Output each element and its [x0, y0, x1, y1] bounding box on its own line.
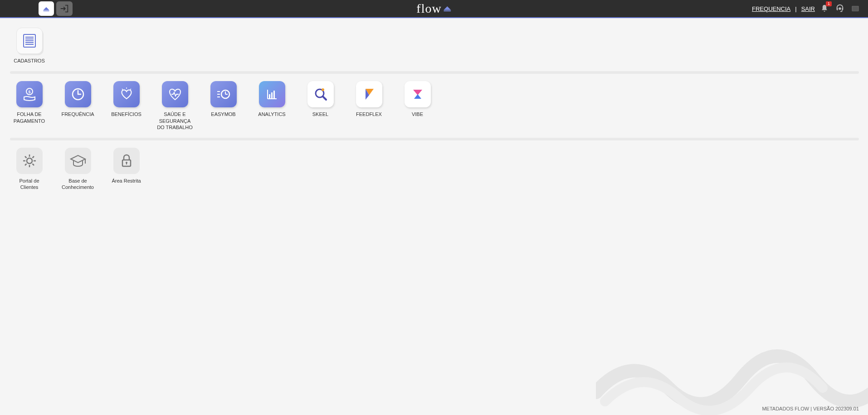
tile-beneficios[interactable]: BENEFÍCIOS — [107, 81, 146, 130]
support-button[interactable] — [834, 3, 846, 14]
frequencia-link[interactable]: FREQUENCIA — [752, 5, 790, 12]
tile-label: Base de Conhecimento — [59, 178, 97, 191]
notification-badge: 1 — [826, 1, 832, 6]
feedflex-icon — [356, 81, 382, 107]
speed-clock-icon — [210, 81, 237, 107]
heart-pulse-icon — [162, 81, 188, 107]
heart-shine-icon — [113, 81, 140, 107]
section-modules: $ FOLHA DE PAGAMENTO FREQUÊNCIA — [10, 78, 859, 140]
tile-cadastros[interactable]: CADASTROS — [10, 28, 49, 64]
tile-label: ANALYTICS — [258, 111, 285, 117]
svg-line-32 — [323, 97, 326, 100]
svg-line-39 — [32, 164, 34, 166]
section-tools: Portal de Clientes Base de Conhecimento — [10, 145, 859, 197]
tile-skeel[interactable]: SKEEL — [301, 81, 340, 130]
tile-label: Área Restrita — [112, 178, 141, 184]
svg-line-16 — [122, 89, 123, 90]
lock-icon — [113, 148, 140, 174]
svg-rect-29 — [273, 91, 275, 99]
tile-label: SKEEL — [312, 111, 328, 117]
tile-row-3: Portal de Clientes Base de Conhecimento — [10, 145, 859, 197]
magnifier-icon — [307, 81, 334, 107]
tile-row-2: $ FOLHA DE PAGAMENTO FREQUÊNCIA — [10, 78, 859, 137]
tile-label: CADASTROS — [14, 58, 44, 64]
sair-link[interactable]: SAIR — [801, 5, 815, 12]
gear-icon — [16, 148, 43, 174]
notifications-button[interactable]: 1 — [819, 3, 830, 14]
tile-vibe[interactable]: VIBE — [398, 81, 437, 130]
divider — [10, 71, 859, 74]
exit-button[interactable] — [56, 1, 73, 16]
divider — [10, 138, 859, 140]
svg-rect-0 — [43, 10, 49, 11]
tile-label: SAÚDE E SEGURANÇA DO TRABALHO — [156, 111, 194, 130]
svg-line-40 — [32, 156, 34, 158]
svg-text:$: $ — [28, 90, 30, 94]
background-wave — [596, 324, 868, 415]
svg-line-18 — [130, 89, 131, 90]
messages-button[interactable] — [849, 3, 861, 14]
vibe-icon — [405, 81, 431, 107]
logo-text: flow — [416, 1, 441, 16]
logo-mark-icon — [444, 5, 452, 12]
tile-row-1: CADASTROS — [10, 25, 859, 70]
tile-label: FEEDFLEX — [356, 111, 382, 117]
tile-saude-seguranca[interactable]: SAÚDE E SEGURANÇA DO TRABALHO — [156, 81, 194, 130]
footer-version: METADADOS FLOW | VERSÃO 202309.01 — [762, 406, 859, 411]
tile-area-restrita[interactable]: Área Restrita — [107, 148, 146, 191]
bar-chart-icon — [259, 81, 285, 107]
graduation-cap-icon — [65, 148, 91, 174]
svg-rect-27 — [269, 94, 270, 99]
home-icon — [42, 4, 51, 13]
svg-line-38 — [25, 156, 27, 158]
money-hand-icon: $ — [16, 81, 43, 107]
svg-point-33 — [27, 158, 32, 164]
tile-base-conhecimento[interactable]: Base de Conhecimento — [59, 148, 97, 191]
svg-rect-1 — [444, 10, 451, 11]
tile-easymob[interactable]: EASYMOB — [204, 81, 243, 130]
tile-label: FOLHA DE PAGAMENTO — [10, 111, 49, 124]
svg-point-31 — [322, 88, 324, 91]
home-button[interactable] — [39, 1, 54, 16]
document-lines-icon — [16, 28, 43, 54]
separator: | — [795, 5, 796, 12]
tile-label: EASYMOB — [211, 111, 235, 117]
svg-rect-28 — [271, 92, 273, 99]
topbar: flow FREQUENCIA | SAIR 1 — [0, 0, 868, 18]
svg-line-41 — [25, 164, 27, 166]
tile-label: Portal de Clientes — [10, 178, 49, 191]
logo: flow — [416, 1, 451, 16]
topbar-left — [39, 1, 73, 16]
exit-icon — [59, 4, 69, 14]
tile-analytics[interactable]: ANALYTICS — [253, 81, 291, 130]
svg-point-2 — [839, 7, 841, 10]
tile-frequencia[interactable]: FREQUÊNCIA — [59, 81, 97, 130]
tile-feedflex[interactable]: FEEDFLEX — [350, 81, 388, 130]
tile-portal-clientes[interactable]: Portal de Clientes — [10, 148, 49, 191]
svg-rect-4 — [852, 6, 858, 11]
tile-folha-pagamento[interactable]: $ FOLHA DE PAGAMENTO — [10, 81, 49, 130]
content: CADASTROS $ FOLHA DE PAGAMENTO — [0, 18, 868, 197]
section-cadastros: CADASTROS — [10, 25, 859, 74]
topbar-right: FREQUENCIA | SAIR 1 — [752, 3, 861, 14]
clock-icon — [65, 81, 91, 107]
headset-icon — [835, 4, 845, 14]
tile-label: VIBE — [412, 111, 423, 117]
tile-label: FREQUÊNCIA — [61, 111, 94, 117]
message-icon — [851, 4, 860, 13]
tile-label: BENEFÍCIOS — [111, 111, 141, 117]
